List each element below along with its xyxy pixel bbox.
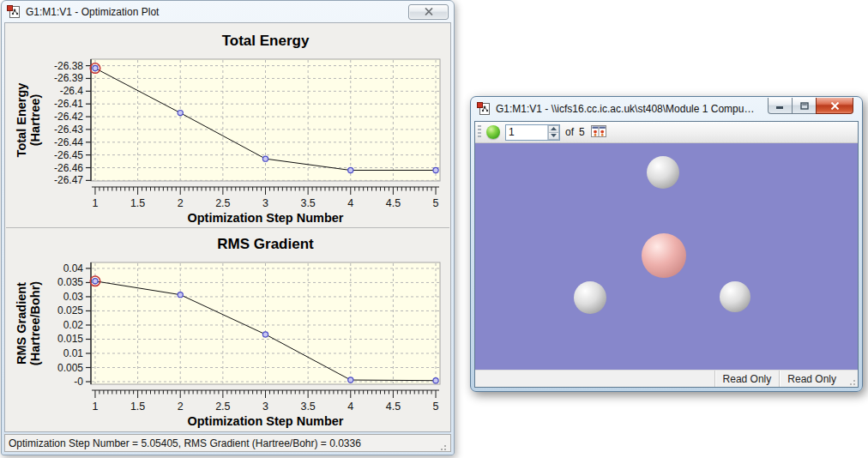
plot-window-title: G1:M1:V1 - Optimization Plot [26,6,404,18]
x-axis-label: Optimization Step Number [187,414,343,428]
optimization-plot-window: G1:M1:V1 - Optimization Plot -26.38-26.3… [1,0,455,455]
close-button[interactable] [408,4,449,20]
y-tick-label: -26.43 [54,124,83,136]
y-tick-label: 0.03 [63,291,84,303]
y-tick-label: -26.44 [54,136,83,148]
resize-grip[interactable] [437,441,447,451]
molecule-viewport[interactable] [475,143,858,370]
data-point[interactable] [262,332,268,337]
atom-pink-center[interactable] [642,233,686,278]
close-button[interactable] [816,98,853,114]
molecule-document-icon [477,102,491,116]
x-tick-label: 5 [433,197,439,209]
chart-rms-gradient: 0.040.0350.030.0250.020.0150.010.005-011… [5,228,450,431]
chart-title: RMS Gradient [217,236,314,252]
frame-count: 5 [579,126,585,138]
y-tick-label: 0.005 [57,362,83,374]
x-tick-label: 2.5 [215,197,230,209]
molecule-window: G1:M1:V1 - \\icfs16.cc.ic.ac.uk\st408\Mo… [470,96,863,392]
y-axis-label: Total Energy(Hartree) [15,83,42,158]
resize-grip-icon [437,441,447,451]
y-tick-label: -26.4 [60,85,84,97]
data-point[interactable] [93,65,98,70]
x-tick-label: 2.5 [215,401,230,413]
y-tick-label: -26.41 [54,98,83,110]
x-tick-label: 4.5 [386,197,401,209]
minimize-button[interactable] [768,98,793,114]
resize-grip-icon [846,376,856,386]
data-point[interactable] [178,110,183,115]
x-tick-label: 4 [347,401,353,413]
y-tick-label: -26.45 [54,149,83,161]
molecule-window-titlebar[interactable]: G1:M1:V1 - \\icfs16.cc.ic.ac.uk\st408\Mo… [474,97,859,121]
close-icon [830,102,840,110]
restore-button[interactable] [793,98,816,114]
molecule-window-body: of 5 Read Only Read Only [474,121,859,388]
read-only-badge: Read Only [714,371,780,387]
x-tick-label: 3 [262,401,268,413]
data-point[interactable] [348,377,353,383]
frame-of-label: of [565,126,574,138]
frame-number-input[interactable] [506,125,547,140]
toolbar-grip[interactable] [478,125,481,139]
chart-title: Total Energy [222,33,310,49]
x-tick-label: 1 [92,401,98,413]
resize-grip[interactable] [846,376,856,386]
y-tick-label: -26.47 [54,174,83,186]
y-tick-label: 0.02 [63,319,84,331]
plot-statusbar: Optimization Step Number = 5.05405, RMS … [4,434,451,452]
molecule-statusbar: Read Only Read Only [475,370,858,387]
minimize-icon [776,102,784,110]
chevron-down-icon [551,134,557,137]
data-point[interactable] [93,279,98,284]
spinner-buttons [547,125,559,140]
frame-number-spinbox [505,124,560,141]
close-icon [425,8,433,15]
chart-total-energy: -26.38-26.39-26.4-26.41-26.42-26.43-26.4… [5,25,450,227]
y-tick-label: 0.025 [57,304,83,316]
x-tick-label: 2 [178,401,184,413]
x-tick-label: 2 [178,197,184,209]
atom-white-top[interactable] [647,156,679,189]
y-tick-label: 0.04 [63,262,84,274]
plot-document-icon [7,5,21,19]
atom-white-left[interactable] [574,281,606,314]
spin-down-button[interactable] [548,133,559,140]
x-tick-label: 1.5 [130,401,145,413]
desktop: { "plot_window": { "title": "G1:M1:V1 - … [0,0,868,458]
show-frames-button[interactable] [590,124,607,140]
x-tick-label: 4 [347,197,353,209]
x-tick-label: 5 [433,401,439,413]
x-tick-label: 1.5 [130,197,145,209]
data-point[interactable] [178,292,183,298]
y-tick-label: -26.46 [54,162,83,174]
data-point[interactable] [262,156,268,161]
plot-status-text: Optimization Step Number = 5.05405, RMS … [9,437,361,449]
data-point[interactable] [433,378,438,383]
atom-white-right[interactable] [720,281,750,312]
plot-panel: -26.38-26.39-26.4-26.41-26.42-26.43-26.4… [4,22,451,432]
y-tick-label: -26.39 [54,72,83,84]
y-tick-label: -0 [74,376,83,388]
y-tick-label: 0.015 [57,333,83,345]
x-tick-label: 3.5 [300,197,315,209]
data-point[interactable] [348,167,353,172]
restore-icon [800,102,809,110]
x-tick-label: 3.5 [300,401,315,413]
data-point[interactable] [433,167,438,172]
spin-up-button[interactable] [548,125,559,133]
plot-window-titlebar[interactable]: G1:M1:V1 - Optimization Plot [4,1,451,22]
window-controls [768,98,853,114]
y-tick-label: 0.035 [57,276,83,288]
frames-table-icon [591,124,606,138]
read-only-badge: Read Only [779,371,844,387]
play-animation-button[interactable] [486,125,500,139]
y-axis-label: RMS Gradient(Hartree/Bohr) [15,281,42,365]
x-axis-label: Optimization Step Number [187,211,343,225]
x-tick-label: 1 [92,197,98,209]
frame-toolbar: of 5 [475,122,858,143]
y-tick-label: -26.42 [54,111,83,123]
y-tick-label: 0.01 [63,347,84,359]
x-tick-label: 3 [262,197,268,209]
x-tick-label: 4.5 [386,401,401,413]
